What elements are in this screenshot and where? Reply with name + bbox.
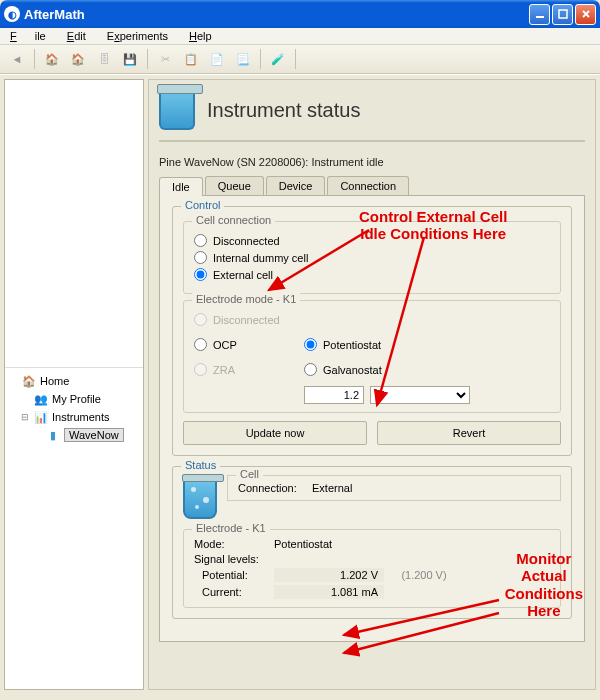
potential-label: Potential: <box>194 569 274 581</box>
electrode-mode-legend: Electrode mode - K1 <box>192 293 300 305</box>
tree-wavenow[interactable]: ▮ WaveNow <box>7 426 141 444</box>
home-star-icon[interactable]: 🏠 <box>67 48 89 70</box>
paste-icon[interactable]: 📄 <box>206 48 228 70</box>
radio-label: Potentiostat <box>323 339 381 351</box>
connection-value: External <box>312 482 352 494</box>
cut-icon[interactable]: ✂ <box>154 48 176 70</box>
cell-connection-legend: Cell connection <box>192 214 275 226</box>
tab-device[interactable]: Device <box>266 176 326 195</box>
close-button[interactable] <box>575 4 596 25</box>
svg-rect-0 <box>536 16 544 18</box>
instrument-status-line: Pine WaveNow (SN 2208006): Instrument id… <box>159 156 585 168</box>
radio-label: Galvanostat <box>323 364 382 376</box>
setpoint-unit-select[interactable]: V <box>370 386 470 404</box>
menu-edit[interactable]: Edit <box>67 30 86 42</box>
radio-label: Disconnected <box>213 314 280 326</box>
tree-instruments[interactable]: ⊟ 📊 Instruments <box>7 408 141 426</box>
current-value: 1.081 mA <box>274 585 384 599</box>
title-bar: ◐ AfterMath <box>0 0 600 28</box>
status-group: Status Cell Connection: External <box>172 466 572 619</box>
svg-rect-1 <box>559 10 567 18</box>
back-button[interactable]: ◄ <box>6 48 28 70</box>
profile-icon: 👥 <box>33 391 49 407</box>
radio-input[interactable] <box>304 338 317 351</box>
radio-e-disconnected: Disconnected <box>194 313 304 326</box>
radio-potentiostat[interactable]: Potentiostat <box>304 338 550 351</box>
page-title: Instrument status <box>207 99 360 122</box>
radio-galvanostat[interactable]: Galvanostat <box>304 363 550 376</box>
radio-input[interactable] <box>304 363 317 376</box>
beaker-icon <box>183 479 217 519</box>
control-legend: Control <box>181 199 224 211</box>
tree-home[interactable]: 🏠 Home <box>7 372 141 390</box>
radio-internal-dummy[interactable]: Internal dummy cell <box>194 251 550 264</box>
maximize-button[interactable] <box>552 4 573 25</box>
menu-experiments[interactable]: Experiments <box>107 30 168 42</box>
radio-input[interactable] <box>194 251 207 264</box>
electrode-mode-group: Electrode mode - K1 Disconnected OCP <box>183 300 561 413</box>
setpoint-value-input[interactable] <box>304 386 364 404</box>
radio-input[interactable] <box>194 268 207 281</box>
radio-input[interactable] <box>194 338 207 351</box>
mode-value: Potentiostat <box>274 538 464 550</box>
tab-queue[interactable]: Queue <box>205 176 264 195</box>
main-panel: Instrument status Pine WaveNow (SN 22080… <box>148 79 596 690</box>
radio-label: Internal dummy cell <box>213 252 308 264</box>
beaker-icon <box>159 90 195 130</box>
beaker-icon: ▮ <box>45 427 61 443</box>
radio-disconnected[interactable]: Disconnected <box>194 234 550 247</box>
cell-connection-group: Cell connection Disconnected Internal du… <box>183 221 561 294</box>
collapse-icon[interactable]: ⊟ <box>19 412 30 422</box>
radio-label: Disconnected <box>213 235 280 247</box>
db-icon[interactable]: 🗄 <box>93 48 115 70</box>
menu-file[interactable]: File <box>10 30 46 42</box>
window-title: AfterMath <box>24 7 85 22</box>
menu-bar: File Edit Experiments Help <box>0 28 600 45</box>
control-group: Control Cell connection Disconnected Int… <box>172 206 572 456</box>
current-label: Current: <box>194 586 274 598</box>
tab-bar: Idle Queue Device Connection <box>159 176 585 196</box>
minimize-button[interactable] <box>529 4 550 25</box>
run-icon[interactable]: 🧪 <box>267 48 289 70</box>
signal-levels-label: Signal levels: <box>194 553 464 565</box>
radio-ocp[interactable]: OCP <box>194 338 304 351</box>
radio-label: ZRA <box>213 364 235 376</box>
connection-label: Connection: <box>238 482 297 494</box>
radio-label: OCP <box>213 339 237 351</box>
radio-external-cell[interactable]: External cell <box>194 268 550 281</box>
status-electrode-legend: Electrode - K1 <box>192 522 270 534</box>
tree-upper-empty <box>5 80 143 368</box>
menu-help[interactable]: Help <box>189 30 212 42</box>
tree-label: Instruments <box>52 411 109 423</box>
tree-nav: 🏠 Home 👥 My Profile ⊟ 📊 Instruments ▮ Wa… <box>5 368 143 448</box>
tab-idle[interactable]: Idle <box>159 177 203 196</box>
app-icon: ◐ <box>4 6 20 22</box>
update-now-button[interactable]: Update now <box>183 421 367 445</box>
potential-target: (1.200 V) <box>384 569 464 581</box>
tree-label: WaveNow <box>64 428 124 442</box>
potential-value: 1.202 V <box>274 568 384 582</box>
copy-icon[interactable]: 📋 <box>180 48 202 70</box>
tree-my-profile[interactable]: 👥 My Profile <box>7 390 141 408</box>
status-electrode-box: Electrode - K1 Mode: Potentiostat Signal… <box>183 529 561 608</box>
mode-label: Mode: <box>194 538 274 550</box>
tree-label: Home <box>40 375 69 387</box>
status-cell-box: Cell Connection: External <box>227 475 561 501</box>
tree-label: My Profile <box>52 393 101 405</box>
radio-input <box>194 313 207 326</box>
revert-button[interactable]: Revert <box>377 421 561 445</box>
doc-icon[interactable]: 📃 <box>232 48 254 70</box>
toolbar: ◄ 🏠 🏠 🗄 💾 ✂ 📋 📄 📃 🧪 <box>0 45 600 74</box>
home-icon[interactable]: 🏠 <box>41 48 63 70</box>
save-icon[interactable]: 💾 <box>119 48 141 70</box>
instruments-icon: 📊 <box>33 409 49 425</box>
tree-panel: 🏠 Home 👥 My Profile ⊟ 📊 Instruments ▮ Wa… <box>4 79 144 690</box>
radio-zra: ZRA <box>194 363 304 376</box>
page-header: Instrument status <box>159 86 585 142</box>
radio-input[interactable] <box>194 234 207 247</box>
tab-connection[interactable]: Connection <box>327 176 409 195</box>
radio-label: External cell <box>213 269 273 281</box>
tab-panel-idle: Control Cell connection Disconnected Int… <box>159 196 585 642</box>
status-legend: Status <box>181 459 220 471</box>
status-cell-legend: Cell <box>236 468 263 480</box>
